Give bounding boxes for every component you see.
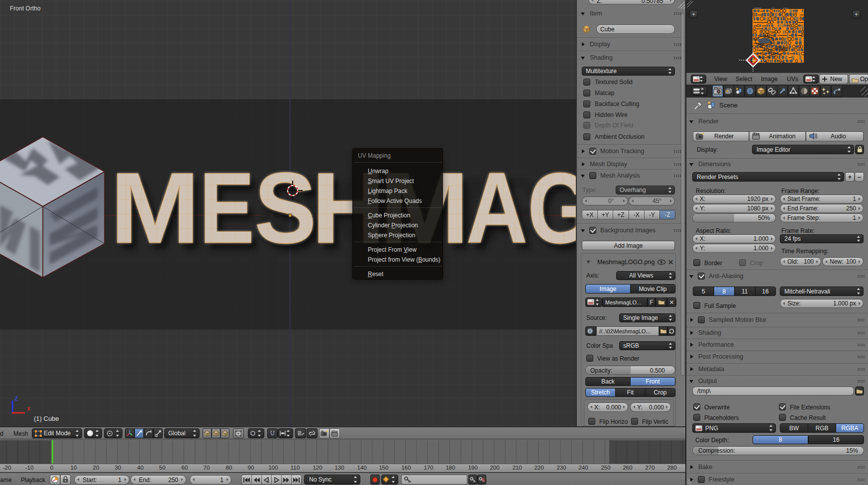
svg-text:A: A — [466, 152, 528, 264]
svg-text:z: z — [14, 393, 18, 402]
svg-text:M: M — [110, 152, 200, 264]
svg-text:E: E — [200, 152, 254, 264]
svg-text:S: S — [254, 152, 317, 264]
svg-text:x: x — [27, 404, 31, 412]
